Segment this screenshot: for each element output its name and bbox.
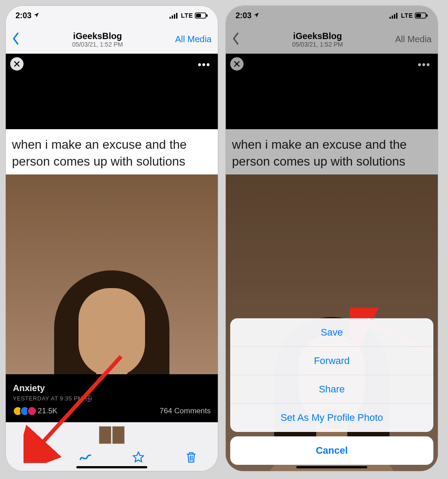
thumbnail-strip[interactable] bbox=[6, 423, 218, 445]
bottom-toolbar bbox=[6, 422, 218, 471]
status-bar: 2:03 LTE bbox=[6, 6, 218, 25]
close-button[interactable] bbox=[230, 57, 244, 71]
location-icon bbox=[33, 11, 39, 20]
nav-subtitle: 05/03/21, 1:52 PM bbox=[72, 41, 123, 48]
back-button[interactable] bbox=[12, 32, 20, 47]
cellular-signal-icon bbox=[389, 12, 399, 19]
post-title: Anxiety bbox=[13, 383, 211, 393]
nav-bar: iGeeksBlog 05/03/21, 1:52 PM All Media bbox=[6, 25, 218, 54]
globe-icon bbox=[86, 396, 92, 402]
svg-rect-6 bbox=[206, 14, 208, 17]
svg-rect-5 bbox=[196, 14, 201, 17]
status-time: 2:03 bbox=[16, 11, 31, 20]
all-media-button[interactable]: All Media bbox=[175, 34, 212, 44]
svg-rect-10 bbox=[392, 16, 393, 19]
svg-rect-14 bbox=[416, 14, 421, 17]
svg-rect-9 bbox=[389, 17, 391, 19]
markup-button[interactable] bbox=[79, 451, 92, 466]
action-forward[interactable]: Forward bbox=[230, 347, 433, 375]
status-bar: 2:03 LTE bbox=[226, 6, 438, 25]
all-media-button[interactable]: All Media bbox=[395, 34, 432, 44]
nav-subtitle: 05/03/21, 1:52 PM bbox=[292, 41, 343, 48]
action-sheet: Save Forward Share Set As My Profile Pho… bbox=[230, 318, 433, 465]
meme-caption: when i make an excuse and the person com… bbox=[226, 129, 438, 174]
reaction-icons bbox=[13, 406, 34, 416]
action-save[interactable]: Save bbox=[230, 318, 433, 347]
phone-left: 2:03 LTE iGeeksBlog 05/03/21, 1:52 PM Al… bbox=[5, 5, 218, 471]
svg-rect-11 bbox=[394, 14, 395, 19]
media-viewer: ••• when i make an excuse and the person… bbox=[6, 54, 218, 422]
battery-icon bbox=[415, 12, 428, 19]
action-set-profile-photo[interactable]: Set As My Profile Photo bbox=[230, 404, 433, 432]
svg-rect-12 bbox=[396, 13, 397, 19]
comments-count: 764 Comments bbox=[160, 407, 211, 416]
nav-title-block: iGeeksBlog 05/03/21, 1:52 PM bbox=[292, 31, 343, 48]
svg-rect-3 bbox=[176, 13, 177, 19]
action-share[interactable]: Share bbox=[230, 375, 433, 404]
meme-caption: when i make an excuse and the person com… bbox=[6, 129, 218, 174]
svg-rect-2 bbox=[174, 14, 175, 19]
action-cancel[interactable]: Cancel bbox=[230, 436, 433, 465]
favorite-button[interactable] bbox=[132, 451, 145, 466]
share-button[interactable] bbox=[26, 451, 39, 466]
post-timestamp: YESTERDAY AT 9:35 PM bbox=[13, 395, 211, 402]
viewer-top-padding bbox=[226, 54, 438, 129]
close-button[interactable] bbox=[10, 57, 24, 71]
nav-bar: iGeeksBlog 05/03/21, 1:52 PM All Media bbox=[226, 25, 438, 54]
nav-title-block: iGeeksBlog 05/03/21, 1:52 PM bbox=[72, 31, 123, 48]
nav-title: iGeeksBlog bbox=[292, 31, 343, 41]
viewer-top-padding bbox=[6, 54, 218, 129]
more-options-button[interactable]: ••• bbox=[418, 59, 431, 71]
battery-icon bbox=[195, 12, 208, 19]
network-label: LTE bbox=[181, 12, 193, 19]
status-time: 2:03 bbox=[236, 11, 252, 20]
svg-rect-1 bbox=[172, 16, 173, 19]
nav-title: iGeeksBlog bbox=[72, 31, 123, 41]
meme-image[interactable] bbox=[6, 174, 218, 374]
location-icon bbox=[253, 11, 259, 20]
reaction-count: 21.5K bbox=[38, 407, 57, 416]
network-label: LTE bbox=[401, 12, 413, 19]
phone-right: 2:03 LTE iGeeksBlog 05/03/21, 1:52 PM Al… bbox=[225, 5, 438, 471]
home-indicator[interactable] bbox=[296, 466, 367, 468]
home-indicator[interactable] bbox=[76, 466, 147, 468]
svg-rect-0 bbox=[169, 17, 171, 19]
svg-rect-15 bbox=[426, 14, 428, 17]
cellular-signal-icon bbox=[169, 12, 179, 19]
delete-button[interactable] bbox=[185, 451, 198, 466]
more-options-button[interactable]: ••• bbox=[198, 59, 211, 71]
meme-footer: Anxiety YESTERDAY AT 9:35 PM 21.5K 764 C… bbox=[6, 374, 218, 422]
back-button[interactable] bbox=[232, 32, 240, 47]
